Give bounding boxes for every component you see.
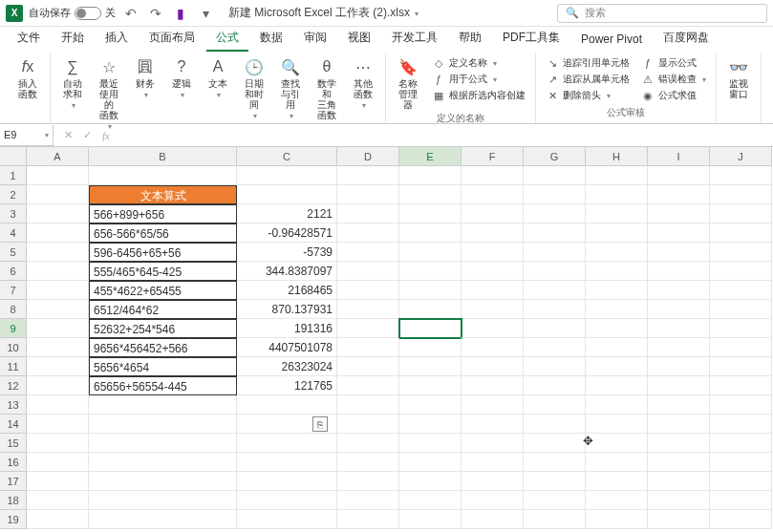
logical-button[interactable]: ?逻辑▾ <box>165 55 198 101</box>
cell-D11[interactable] <box>337 357 399 376</box>
cell-J11[interactable] <box>710 357 772 376</box>
cell-I15[interactable] <box>648 434 710 453</box>
cell-F9[interactable] <box>462 319 524 338</box>
cell-B14[interactable] <box>89 415 237 434</box>
col-header-D[interactable]: D <box>337 147 399 166</box>
toggle-off-icon[interactable] <box>75 7 101 20</box>
cell-I16[interactable] <box>648 453 710 472</box>
cell-H3[interactable] <box>586 204 648 223</box>
cell-E19[interactable] <box>399 510 462 529</box>
cell-J3[interactable] <box>710 204 772 223</box>
fx-button[interactable]: fx <box>97 130 115 141</box>
cell-I2[interactable] <box>648 185 710 204</box>
tab-数据[interactable]: 数据 <box>250 26 292 52</box>
cell-J12[interactable] <box>710 376 772 395</box>
cell-E1[interactable] <box>399 166 462 185</box>
cell-B7[interactable]: 455*4622+65455 <box>89 281 237 300</box>
error-check-button[interactable]: ⚠错误检查▾ <box>637 72 710 87</box>
cell-F12[interactable] <box>462 376 524 395</box>
row-header-6[interactable]: 6 <box>0 262 27 281</box>
cell-H19[interactable] <box>586 510 648 529</box>
row-header-11[interactable]: 11 <box>0 357 27 376</box>
cell-F4[interactable] <box>462 223 524 243</box>
cell-B4[interactable]: 656-566*65/56 <box>89 223 237 243</box>
cell-C5[interactable]: -5739 <box>237 243 337 262</box>
cell-E6[interactable] <box>399 262 462 281</box>
insert-function-button[interactable]: fx 插入函数 <box>11 55 44 101</box>
cell-F13[interactable] <box>462 395 524 415</box>
cell-B18[interactable] <box>89 491 237 510</box>
cell-C8[interactable]: 870.137931 <box>237 300 337 319</box>
tab-开发工具[interactable]: 开发工具 <box>382 26 447 52</box>
cell-H13[interactable] <box>586 395 648 415</box>
cell-B2[interactable]: 文本算式 <box>89 185 237 204</box>
cell-C6[interactable]: 344.8387097 <box>237 262 337 281</box>
cell-I6[interactable] <box>648 262 710 281</box>
cell-G9[interactable] <box>524 319 586 338</box>
cell-E9[interactable] <box>399 319 462 338</box>
row-header-3[interactable]: 3 <box>0 204 27 223</box>
cell-D1[interactable] <box>337 166 399 185</box>
cell-G13[interactable] <box>524 395 586 415</box>
cell-A8[interactable] <box>27 300 89 319</box>
cell-J19[interactable] <box>710 510 772 529</box>
cell-H14[interactable] <box>586 415 648 434</box>
formula-input[interactable] <box>120 125 773 146</box>
cell-J14[interactable] <box>710 415 772 434</box>
more-functions-button[interactable]: ⋯其他函数▾ <box>347 55 379 112</box>
cell-E11[interactable] <box>399 357 462 376</box>
cell-H2[interactable] <box>586 185 648 204</box>
col-header-B[interactable]: B <box>89 147 237 166</box>
cell-J9[interactable] <box>710 319 772 338</box>
col-header-H[interactable]: H <box>586 147 648 166</box>
row-header-14[interactable]: 14 <box>0 415 27 434</box>
cell-I19[interactable] <box>648 510 710 529</box>
cell-B3[interactable]: 566+899+656 <box>89 204 237 223</box>
cell-I4[interactable] <box>648 223 710 243</box>
cell-B17[interactable] <box>89 472 237 491</box>
column-headers[interactable]: ABCDEFGHIJ <box>27 147 773 166</box>
cell-D3[interactable] <box>337 204 399 223</box>
cell-F16[interactable] <box>462 453 524 472</box>
row-header-13[interactable]: 13 <box>0 395 27 415</box>
cell-I10[interactable] <box>648 338 710 357</box>
tab-帮助[interactable]: 帮助 <box>449 26 491 52</box>
cell-A15[interactable] <box>27 434 89 453</box>
col-header-F[interactable]: F <box>462 147 524 166</box>
cell-F5[interactable] <box>462 243 524 262</box>
cell-D15[interactable] <box>337 434 399 453</box>
row-header-1[interactable]: 1 <box>0 166 27 185</box>
remove-arrows-button[interactable]: ✕删除箭头▾ <box>542 88 633 103</box>
cell-E3[interactable] <box>399 204 462 223</box>
cell-C11[interactable]: 26323024 <box>237 357 337 376</box>
cell-B12[interactable]: 65656+56554-445 <box>89 376 237 395</box>
cell-E14[interactable] <box>399 415 462 434</box>
cell-E8[interactable] <box>399 300 462 319</box>
cell-D19[interactable] <box>337 510 399 529</box>
tab-公式[interactable]: 公式 <box>206 26 248 52</box>
row-header-9[interactable]: 9 <box>0 319 27 338</box>
cell-D12[interactable] <box>337 376 399 395</box>
cell-J15[interactable] <box>710 434 772 453</box>
cell-B11[interactable]: 5656*4654 <box>89 357 237 376</box>
cells-area[interactable]: 文本算式566+899+6562121656-566*65/56-0.96428… <box>27 166 773 532</box>
cell-D9[interactable] <box>337 319 399 338</box>
cell-J16[interactable] <box>710 453 772 472</box>
cell-F15[interactable] <box>462 434 524 453</box>
cell-J10[interactable] <box>710 338 772 357</box>
cell-J6[interactable] <box>710 262 772 281</box>
autosum-button[interactable]: ∑自动求和▾ <box>56 55 89 112</box>
cell-E17[interactable] <box>399 472 462 491</box>
chevron-down-icon[interactable]: ▾ <box>45 131 49 139</box>
cell-E10[interactable] <box>399 338 462 357</box>
cell-G11[interactable] <box>524 357 586 376</box>
cell-B5[interactable]: 596-6456+65+56 <box>89 243 237 262</box>
row-header-18[interactable]: 18 <box>0 491 27 510</box>
cell-C12[interactable]: 121765 <box>237 376 337 395</box>
cell-B10[interactable]: 9656*456452+566 <box>89 338 237 357</box>
enter-formula-button[interactable]: ✓ <box>78 129 96 141</box>
cell-B16[interactable] <box>89 453 237 472</box>
cell-E2[interactable] <box>399 185 462 204</box>
cell-E12[interactable] <box>399 376 462 395</box>
cell-I17[interactable] <box>648 472 710 491</box>
